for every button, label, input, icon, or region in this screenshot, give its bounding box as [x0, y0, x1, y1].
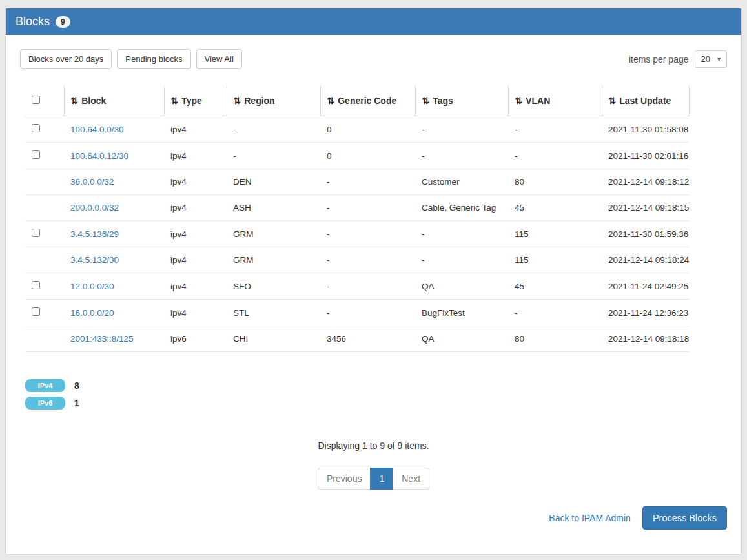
column-header-last-update[interactable]: ⇅Last Update	[602, 86, 689, 116]
block-link[interactable]: 36.0.0.0/32	[70, 177, 114, 187]
column-header-label: Tags	[433, 96, 453, 106]
block-link[interactable]: 3.4.5.132/30	[70, 255, 119, 265]
last-update-cell: 2021-11-24 12:36:23	[602, 300, 689, 326]
block-cell: 36.0.0.0/32	[64, 169, 164, 195]
select-all-header-cell	[25, 86, 64, 116]
vlan-cell: -	[508, 143, 602, 169]
last-update-cell: 2021-12-14 09:18:18	[602, 326, 689, 352]
tags-cell: -	[415, 221, 508, 247]
column-header-region[interactable]: ⇅Region	[227, 86, 320, 116]
block-link[interactable]: 3.4.5.136/29	[70, 229, 119, 239]
generic-code-cell: 0	[320, 116, 415, 143]
row-checkbox[interactable]	[32, 281, 40, 289]
last-update-cell: 2021-12-14 09:18:15	[602, 195, 689, 221]
type-cell: ipv6	[164, 326, 227, 352]
last-update-cell: 2021-11-24 02:49:25	[602, 273, 689, 300]
sort-icon: ⇅	[609, 96, 617, 106]
block-cell: 3.4.5.136/29	[64, 221, 164, 247]
ipv4-badge: IPv4	[25, 379, 65, 392]
column-header-type[interactable]: ⇅Type	[164, 86, 227, 116]
row-checkbox-cell	[25, 221, 64, 247]
column-header-label: Last Update	[619, 96, 671, 106]
blocks-over-20-days-button[interactable]: Blocks over 20 days	[20, 49, 112, 69]
type-cell: ipv4	[164, 143, 227, 169]
sort-icon: ⇅	[327, 96, 335, 106]
vlan-cell: 80	[508, 169, 602, 195]
region-cell: ASH	[227, 195, 320, 221]
last-update-cell: 2021-11-30 01:59:36	[602, 221, 689, 247]
block-link[interactable]: 100.64.0.0/30	[70, 125, 124, 134]
generic-code-cell: -	[320, 221, 415, 247]
generic-code-cell: -	[320, 195, 415, 221]
back-to-ipam-admin-link[interactable]: Back to IPAM Admin	[549, 513, 631, 523]
ipv6-summary-row: IPv6 1	[25, 397, 727, 410]
select-all-checkbox[interactable]	[32, 96, 40, 104]
page-1-button[interactable]: 1	[370, 468, 393, 490]
row-checkbox[interactable]	[32, 307, 40, 316]
table-row: 3.4.5.132/30ipv4GRM--1152021-12-14 09:18…	[25, 247, 689, 273]
panel-header: Blocks 9	[6, 8, 741, 35]
vlan-cell: 45	[508, 273, 602, 300]
region-cell: -	[227, 116, 320, 143]
last-update-cell: 2021-11-30 01:58:08	[602, 116, 689, 143]
pending-blocks-button[interactable]: Pending blocks	[117, 49, 190, 69]
region-cell: SFO	[227, 273, 320, 300]
sort-icon: ⇅	[422, 96, 430, 106]
row-checkbox[interactable]	[32, 229, 40, 237]
type-cell: ipv4	[164, 273, 227, 300]
block-link[interactable]: 200.0.0.0/32	[70, 203, 119, 213]
vlan-cell: 115	[508, 247, 602, 273]
column-header-label: Block	[81, 96, 106, 106]
row-checkbox-cell	[25, 143, 64, 169]
tags-cell: QA	[415, 326, 508, 352]
type-cell: ipv4	[164, 221, 227, 247]
previous-page-button[interactable]: Previous	[318, 468, 371, 490]
column-header-vlan[interactable]: ⇅VLAN	[508, 86, 602, 116]
sort-icon: ⇅	[515, 96, 523, 106]
table-row: 16.0.0.0/20ipv4STL-BugFixTest-2021-11-24…	[25, 300, 689, 326]
process-blocks-button[interactable]: Process Blocks	[642, 506, 727, 530]
block-link[interactable]: 16.0.0.0/20	[70, 308, 114, 318]
column-header-block[interactable]: ⇅Block	[64, 86, 164, 116]
items-per-page-value: 20	[701, 54, 710, 64]
vlan-cell: 115	[508, 221, 602, 247]
generic-code-cell: -	[320, 300, 415, 326]
sort-icon: ⇅	[234, 96, 241, 106]
table-row: 36.0.0.0/32ipv4DEN-Customer802021-12-14 …	[25, 169, 689, 195]
generic-code-cell: 0	[320, 143, 415, 169]
table-row: 200.0.0.0/32ipv4ASH-Cable, Generic Tag45…	[25, 195, 689, 221]
view-all-button[interactable]: View All	[196, 49, 242, 69]
last-update-cell: 2021-12-14 09:18:24	[602, 247, 689, 273]
sort-icon: ⇅	[71, 96, 79, 106]
block-cell: 100.64.0.0/30	[64, 116, 164, 143]
page-title: Blocks	[15, 15, 50, 28]
block-link[interactable]: 2001:433::8/125	[70, 334, 134, 344]
toolbar: Blocks over 20 days Pending blocks View …	[20, 49, 727, 69]
vlan-cell: 80	[508, 326, 602, 352]
type-cell: ipv4	[164, 247, 227, 273]
row-checkbox[interactable]	[32, 150, 40, 159]
paging-info: Displaying 1 to 9 of 9 items.	[20, 441, 727, 451]
block-cell: 16.0.0.0/20	[64, 300, 164, 326]
block-link[interactable]: 100.64.0.12/30	[70, 151, 128, 161]
block-link[interactable]: 12.0.0.0/30	[70, 282, 114, 291]
table-row: 3.4.5.136/29ipv4GRM--1152021-11-30 01:59…	[25, 221, 689, 247]
row-checkbox-cell	[25, 326, 64, 352]
footer-actions: Back to IPAM Admin Process Blocks	[20, 506, 727, 530]
generic-code-cell: -	[320, 169, 415, 195]
items-per-page-select[interactable]: 20 ▾	[695, 50, 728, 68]
chevron-down-icon: ▾	[717, 56, 721, 63]
blocks-table-body: 100.64.0.0/30ipv4-0--2021-11-30 01:58:08…	[25, 116, 689, 352]
generic-code-cell: -	[320, 273, 415, 300]
column-header-generic-code[interactable]: ⇅Generic Code	[320, 86, 415, 116]
column-header-tags[interactable]: ⇅Tags	[415, 86, 508, 116]
blocks-panel: Blocks 9 Blocks over 20 days Pending blo…	[5, 8, 742, 555]
type-cell: ipv4	[164, 169, 227, 195]
column-header-label: VLAN	[526, 96, 550, 106]
row-checkbox[interactable]	[32, 124, 40, 132]
next-page-button[interactable]: Next	[393, 468, 429, 490]
ipv4-summary-row: IPv4 8	[25, 379, 727, 392]
region-cell: DEN	[227, 169, 320, 195]
region-cell: GRM	[227, 247, 320, 273]
tags-cell: BugFixTest	[415, 300, 508, 326]
